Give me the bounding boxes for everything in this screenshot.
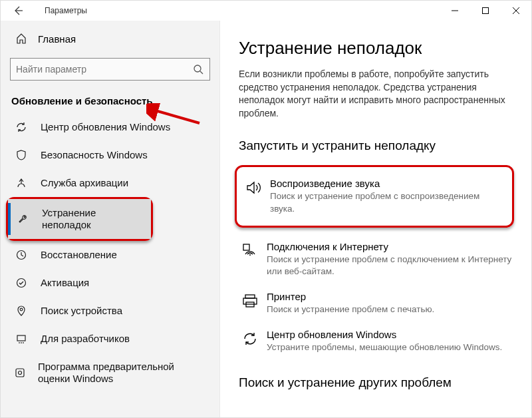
sidebar-item-insider[interactable]: Программа предварительной оценки Windows (1, 353, 219, 393)
troubleshoot-item-internet[interactable]: Подключения к Интернету Поиск и устранен… (239, 234, 517, 284)
sidebar-section-header: Обновление и безопасность (1, 90, 219, 113)
search-icon (192, 64, 204, 75)
sidebar-item-developers[interactable]: Для разработчиков (1, 325, 219, 353)
sidebar-item-label: Безопасность Windows (41, 149, 148, 161)
svg-point-7 (17, 279, 26, 288)
update-icon (241, 329, 267, 353)
maximize-button[interactable] (470, 1, 501, 21)
sidebar-item-security[interactable]: Безопасность Windows (1, 141, 219, 169)
backup-icon (14, 177, 29, 189)
sidebar-home-label: Главная (38, 33, 76, 45)
back-button[interactable] (5, 1, 31, 21)
sidebar-item-recovery[interactable]: Восстановление (1, 241, 219, 269)
sidebar-item-windows-update[interactable]: Центр обновления Windows (1, 113, 219, 141)
troubleshoot-title: Воспроизведение звука (270, 178, 504, 189)
sidebar-item-find-device[interactable]: Поиск устройства (1, 297, 219, 325)
wrench-icon (16, 213, 30, 225)
troubleshoot-title: Подключения к Интернету (267, 241, 514, 252)
check-icon (14, 277, 29, 289)
sidebar: Главная Обновление и безопасность Центр … (1, 21, 220, 417)
svg-rect-13 (16, 369, 24, 377)
svg-rect-9 (17, 335, 25, 341)
speaker-icon (245, 178, 270, 214)
svg-point-16 (249, 254, 251, 256)
sidebar-home[interactable]: Главная (1, 26, 219, 51)
svg-rect-18 (243, 298, 257, 304)
refresh-icon (14, 121, 29, 133)
sidebar-item-activation[interactable]: Активация (1, 269, 219, 297)
svg-point-4 (194, 65, 201, 72)
sidebar-item-troubleshoot[interactable]: Устранение неполадок (8, 199, 151, 239)
search-input[interactable] (10, 58, 210, 81)
sidebar-item-label: Восстановление (41, 249, 117, 261)
sidebar-item-label: Для разработчиков (41, 333, 130, 345)
svg-line-5 (200, 71, 203, 74)
page-intro: Если возникли проблемы в работе, попробу… (239, 68, 517, 120)
svg-point-8 (20, 308, 23, 311)
location-icon (14, 305, 29, 317)
troubleshoot-title: Центр обновления Windows (267, 329, 514, 340)
sidebar-item-label: Устранение неполадок (42, 207, 143, 231)
insider-icon (14, 367, 26, 379)
troubleshoot-item-windows-update[interactable]: Центр обновления Windows Устраните пробл… (239, 322, 517, 360)
content-pane: Устранение неполадок Если возникли пробл… (220, 21, 531, 417)
section-other-problems: Поиск и устранение других проблем (239, 375, 517, 390)
svg-point-14 (19, 371, 22, 375)
highlight-annotation: Воспроизведение звука Поиск и устранение… (235, 165, 514, 227)
troubleshoot-desc: Поиск и устранение проблем с воспроизвед… (270, 190, 504, 214)
sidebar-item-label: Активация (41, 277, 89, 289)
troubleshoot-title: Принтер (267, 291, 514, 302)
close-button[interactable] (501, 1, 531, 21)
shield-icon (14, 149, 29, 161)
troubleshoot-desc: Устраните проблемы, мешающие обновлению … (267, 341, 514, 353)
svg-rect-17 (245, 295, 255, 298)
window-title: Параметры (45, 6, 87, 15)
sidebar-item-backup[interactable]: Служба архивации (1, 169, 219, 197)
page-title: Устранение неполадок (239, 38, 517, 59)
printer-icon (241, 291, 267, 315)
search-field[interactable] (16, 64, 192, 75)
highlight-annotation: Устранение неполадок (6, 197, 153, 241)
sidebar-item-label: Поиск устройства (41, 305, 122, 317)
troubleshoot-item-audio[interactable]: Воспроизведение звука Поиск и устранение… (242, 171, 507, 221)
svg-rect-15 (243, 244, 249, 250)
wifi-icon (241, 241, 267, 278)
titlebar: Параметры (1, 1, 531, 21)
troubleshoot-desc: Поиск и устранение проблем с печатью. (267, 304, 514, 315)
home-icon (14, 33, 29, 45)
section-run-troubleshooter: Запустить и устранить неполадку (239, 138, 517, 153)
developer-icon (14, 333, 29, 345)
troubleshoot-desc: Поиск и устранение проблем с подключение… (267, 254, 514, 278)
minimize-button[interactable] (440, 1, 470, 21)
recovery-icon (14, 249, 29, 261)
troubleshoot-item-printer[interactable]: Принтер Поиск и устранение проблем с печ… (239, 284, 517, 322)
sidebar-item-label: Центр обновления Windows (41, 121, 170, 133)
sidebar-item-label: Служба архивации (41, 177, 128, 189)
svg-rect-1 (483, 8, 489, 14)
sidebar-item-label: Программа предварительной оценки Windows (38, 361, 206, 385)
